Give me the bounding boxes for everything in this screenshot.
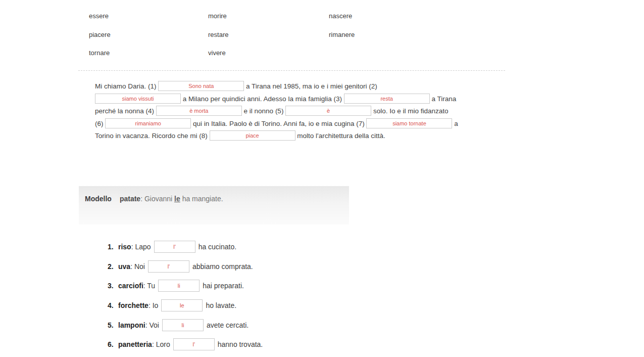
fill-blank-input[interactable]: piace: [210, 130, 295, 141]
exercise-number: 3.: [108, 282, 118, 290]
exercise-post-text: ha cucinato.: [199, 243, 237, 251]
blank-answer: resta: [380, 96, 392, 102]
exercise-post-text: ho lavate.: [206, 301, 236, 309]
word-bank-item: nascere: [329, 12, 448, 31]
fill-blank-input[interactable]: li: [162, 319, 204, 331]
word-bank-item: rimanere: [329, 31, 448, 50]
paragraph-text: a Milano per quindici anni. Adesso la mi…: [181, 95, 344, 103]
blank-answer: l': [173, 244, 176, 250]
exercise-item: 3.carciofi: Tulihai preparati.: [108, 280, 263, 292]
fill-blank-input[interactable]: li: [158, 280, 200, 292]
blank-answer: li: [178, 283, 180, 289]
exercise-pre-text: : Loro: [152, 340, 170, 348]
blank-answer: rimaniamo: [135, 120, 161, 126]
exercise-number: 2.: [108, 262, 118, 271]
paragraph-text: solo. Io e il mio fidanzato: [371, 107, 448, 115]
modello-pre-text: : Giovanni: [140, 195, 174, 203]
exercise-post-text: avete cercati.: [207, 321, 249, 329]
exercise-number: 4.: [108, 301, 118, 309]
paragraph-text: qui in Italia. Paolo è di Torino. Anni f…: [191, 120, 366, 127]
blank-answer: è morta: [189, 108, 208, 114]
exercise-page: esseremorirenascerepiacererestarerimaner…: [0, 0, 644, 357]
fill-blank-input[interactable]: le: [161, 299, 203, 311]
exercise-word: carciofi: [118, 282, 143, 290]
paragraph-text: Torino in vacanza. Ricordo che mi (8): [95, 132, 210, 140]
fill-blank-input[interactable]: resta: [344, 94, 430, 104]
fill-blank-input[interactable]: Sono nata: [158, 81, 244, 91]
exercise-item: 1.riso: Lapol'ha cucinato.: [108, 241, 263, 253]
paragraph-text: perché la nonna (4): [95, 107, 156, 115]
paragraph-text: e il nonno (5): [242, 107, 285, 115]
exercise-pre-text: : Lapo: [131, 243, 151, 251]
modello-answer: le: [174, 195, 180, 203]
blank-answer: l': [168, 263, 170, 270]
exercise-word: forchette: [118, 301, 148, 309]
modello-label: Modello: [85, 195, 112, 203]
fill-blank-input[interactable]: è morta: [156, 106, 242, 116]
exercise-word: riso: [118, 243, 131, 251]
exercise-list: 1.riso: Lapol'ha cucinato.2.uva: Noil'ab…: [108, 241, 263, 357]
exercise-item: 4.forchette: Ioleho lavate.: [108, 299, 263, 311]
exercise-post-text: abbiamo comprata.: [192, 262, 253, 271]
blank-answer: siamo vissuti: [122, 96, 154, 102]
exercise-number: 1.: [108, 243, 118, 251]
blank-answer: l': [192, 341, 195, 347]
dotted-divider: [78, 70, 505, 71]
word-bank: esseremorirenascerepiacererestarerimaner…: [89, 12, 448, 68]
paragraph-text: Mi chiamo Daria. (1): [95, 82, 158, 90]
paragraph-text: (6): [95, 120, 105, 127]
exercise-word: panetteria: [118, 340, 152, 348]
fill-blank-input[interactable]: è: [285, 106, 371, 116]
word-bank-item: piacere: [89, 31, 208, 50]
fill-in-paragraph: Mi chiamo Daria. (1) Sono nata a Tirana …: [95, 80, 458, 143]
word-bank-item: tornare: [89, 49, 208, 68]
paragraph-line: perché la nonna (4) è morta e il nonno (…: [95, 105, 458, 118]
exercise-pre-text: : Io: [148, 301, 158, 309]
exercise-item: 6.panetteria: Lorol'hanno trovata.: [108, 338, 263, 350]
exercise-pre-text: : Voi: [145, 321, 159, 329]
paragraph-line: siamo vissuti a Milano per quindici anni…: [95, 93, 458, 106]
exercise-pre-text: : Tu: [143, 282, 155, 290]
exercise-word: lamponi: [118, 321, 145, 329]
paragraph-line: Torino in vacanza. Ricordo che mi (8) pi…: [95, 130, 458, 143]
paragraph-text: a Tirana nel 1985, ma io e i miei genito…: [244, 82, 377, 90]
paragraph-text: a Tirana: [430, 95, 457, 103]
word-bank-item: restare: [208, 31, 329, 50]
exercise-word: uva: [118, 262, 130, 271]
paragraph-line: (6) rimaniamo qui in Italia. Paolo è di …: [95, 118, 458, 130]
blank-answer: li: [181, 322, 184, 328]
blank-answer: piace: [245, 132, 259, 139]
paragraph-text: molto l'architettura della città.: [295, 132, 385, 140]
exercise-post-text: hanno trovata.: [218, 340, 263, 348]
exercise-pre-text: : Noi: [130, 262, 145, 271]
word-bank-item: essere: [89, 12, 208, 31]
fill-blank-input[interactable]: rimaniamo: [105, 118, 191, 128]
word-bank-item: vivere: [208, 49, 329, 68]
fill-blank-input[interactable]: l': [148, 260, 189, 273]
blank-answer: Sono nata: [188, 83, 214, 89]
exercise-item: 5.lamponi: Voiliavete cercati.: [108, 319, 263, 331]
paragraph-line: Mi chiamo Daria. (1) Sono nata a Tirana …: [95, 80, 458, 93]
modello-post-text: ha mangiate.: [180, 195, 223, 203]
exercise-number: 5.: [108, 321, 118, 329]
paragraph-text: a: [452, 120, 458, 127]
modello-word: patate: [120, 195, 140, 203]
exercise-item: 2.uva: Noil'abbiamo comprata.: [108, 260, 263, 273]
fill-blank-input[interactable]: siamo vissuti: [95, 94, 181, 104]
word-bank-item: morire: [208, 12, 329, 31]
fill-blank-input[interactable]: siamo tornate: [366, 118, 452, 128]
exercise-post-text: hai preparati.: [203, 282, 244, 290]
exercise-number: 6.: [108, 340, 118, 348]
modello-example-box: Modellopatate: Giovanni le ha mangiate.: [79, 186, 349, 225]
fill-blank-input[interactable]: l': [154, 241, 195, 253]
blank-answer: siamo tornate: [392, 120, 426, 126]
blank-answer: è: [327, 108, 330, 114]
fill-blank-input[interactable]: l': [173, 338, 215, 350]
blank-answer: le: [180, 302, 184, 308]
